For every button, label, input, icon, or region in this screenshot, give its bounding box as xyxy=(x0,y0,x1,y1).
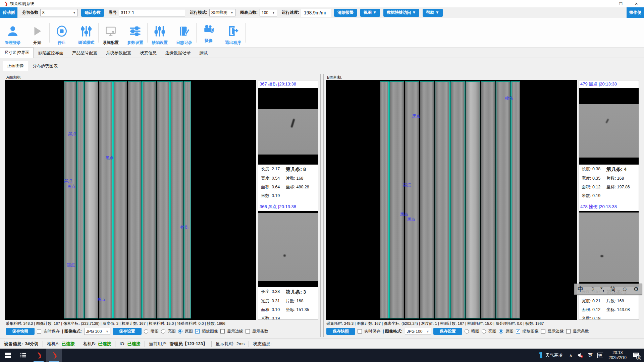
clear-alarm-button[interactable]: 清除报警 xyxy=(334,9,357,17)
start-button[interactable]: 开始 xyxy=(26,20,48,46)
chevron-down-icon: ▼ xyxy=(270,11,275,14)
image-format-select[interactable]: JPG 100 ∨ xyxy=(84,328,110,335)
save-snapshot-button[interactable]: 保存快照 xyxy=(6,328,35,335)
camera-a-image[interactable]: 黑点 黑点 黑点 黑点 挫伤 黑点 黑点 xyxy=(5,80,256,320)
start-button[interactable] xyxy=(0,349,15,362)
exit-program-button[interactable]: 退出程序 xyxy=(222,20,244,46)
run-speed-value: 198.9m/mi xyxy=(301,9,331,17)
tool-label: 调试模式 xyxy=(78,40,94,46)
tab-size-monitor[interactable]: 尺寸监控界面 xyxy=(0,48,34,58)
display-time-label: 显示耗时: xyxy=(216,341,234,347)
close-button[interactable]: ✕ xyxy=(629,0,644,7)
tab-distribution-chart[interactable]: 分布趋势图表 xyxy=(28,61,62,71)
taskbar-clock[interactable]: 20:13 2025/2/10 xyxy=(605,350,630,360)
dark-image-radio[interactable] xyxy=(144,329,148,334)
realtime-save-checkbox[interactable] xyxy=(37,329,41,334)
windows-taskbar: 天气寒冷 ∧ 英 拼 20:13 2025/2/10 xyxy=(0,349,644,362)
save-snapshot-button[interactable]: 保存快照 xyxy=(326,328,355,335)
capture-button[interactable]: 摄像 xyxy=(198,19,219,47)
taskbar-app-vision-active[interactable] xyxy=(46,349,62,362)
minimize-button[interactable]: ─ xyxy=(598,0,613,7)
confirm-count-button[interactable]: 确认条数 xyxy=(81,9,104,17)
ime-emoji-icon[interactable]: ☺ xyxy=(622,286,628,293)
tab-test[interactable]: 测试 xyxy=(195,48,212,58)
show-strips-checkbox[interactable] xyxy=(566,329,571,334)
defect-card[interactable]: 478 挫伤 |20:13:38 长度: 0.57 第几条: 3 宽度: 0.2… xyxy=(579,203,639,320)
slit-count-select[interactable]: 8 ▼ xyxy=(40,9,78,16)
original-image-radio[interactable] xyxy=(499,329,503,334)
zoom-image-checkbox[interactable] xyxy=(516,329,520,334)
admin-login-button[interactable]: 管理登录 xyxy=(2,20,23,46)
system-config-button[interactable]: 系统配置 xyxy=(100,20,121,46)
camera-b-title: B面相机 xyxy=(326,75,342,80)
log-record-button[interactable]: 日志记录 xyxy=(173,20,195,46)
notification-badge: 6 xyxy=(636,355,641,360)
defect-meters: 米数: 0.19 xyxy=(261,316,286,320)
show-edges-checkbox[interactable] xyxy=(541,329,545,334)
weather-widget[interactable]: 天气寒冷 xyxy=(535,352,567,359)
title-bar: 视觉检测系统 ─ ❐ ✕ xyxy=(0,0,644,7)
tab-edge-data[interactable]: 边缘数据记录 xyxy=(161,48,195,58)
defect-header: 367 挫伤 |20:13:38 xyxy=(258,80,318,88)
ime-toolbar[interactable]: 中 ☽ °, 简 ☺ ⚙ xyxy=(574,284,642,295)
defect-card[interactable]: 366 黑点 |20:13:38 长度: 0.38 第几条: 3 宽度: 0.3… xyxy=(258,203,318,320)
tab-status-info[interactable]: 状态信息 xyxy=(136,48,161,58)
ime-simplified-mode[interactable]: 简 xyxy=(610,285,616,293)
language-indicator[interactable]: 英 xyxy=(586,349,595,362)
roll-number-input[interactable] xyxy=(119,9,185,16)
defect-coordinate: 坐标: 143.08 xyxy=(606,307,636,313)
maximize-button[interactable]: ❐ xyxy=(613,0,629,7)
defect-card[interactable]: 367 挫伤 |20:13:38 长度: 2.17 第几条: 8 宽度: 0.5… xyxy=(258,80,318,199)
tab-system-params[interactable]: 系统参数配置 xyxy=(102,48,136,58)
defect-card[interactable]: 479 黑点 |20:13:38 长度: 0.38 第几条: 4 宽度: 0.3… xyxy=(579,80,639,199)
volume-muted-icon[interactable] xyxy=(575,349,586,362)
show-edges-checkbox[interactable] xyxy=(220,329,225,334)
image-format-select[interactable]: JPG 100 ∨ xyxy=(405,328,431,335)
defect-coordinate: 坐标: 480.28 xyxy=(286,184,315,190)
bright-image-radio[interactable] xyxy=(161,329,165,334)
tab-defect-monitor[interactable]: 缺陷监控界面 xyxy=(34,48,68,58)
data-quick-access-button[interactable]: 数据快捷访问 ▼ xyxy=(383,9,419,17)
window-controls: ─ ❐ ✕ xyxy=(598,0,644,7)
save-settings-button[interactable]: 保存设置 xyxy=(433,328,462,335)
tool-label: 缺陷设置 xyxy=(152,40,168,46)
drive-side-button[interactable]: 传动侧 xyxy=(0,7,17,18)
taskbar-app-vision[interactable] xyxy=(31,349,46,362)
realtime-save-checkbox[interactable] xyxy=(358,329,362,334)
task-view-button[interactable] xyxy=(15,349,31,362)
operator-side-button[interactable]: 操作侧 xyxy=(627,7,644,18)
defect-settings-button[interactable]: 缺陷设置 xyxy=(149,20,170,46)
dark-image-radio[interactable] xyxy=(465,329,469,334)
tab-front-image[interactable]: 正面图像 xyxy=(3,61,28,71)
show-strips-checkbox[interactable] xyxy=(246,329,250,334)
original-image-radio[interactable] xyxy=(178,329,182,334)
bright-image-radio[interactable] xyxy=(482,329,486,334)
camera-a-conn-cell: 相机A: 已连接 xyxy=(43,341,79,347)
zoom-image-checkbox[interactable] xyxy=(195,329,200,334)
chart-points-select[interactable]: 100 ▼ xyxy=(260,9,277,16)
ime-fullwidth-moon-icon[interactable]: ☽ xyxy=(589,286,594,293)
tool-label: 停止 xyxy=(58,40,66,46)
run-mode-value: 双面检测 xyxy=(211,10,227,15)
debug-mode-button[interactable]: 调试模式 xyxy=(75,20,97,46)
tab-product-model[interactable]: 产品型号配置 xyxy=(68,48,102,58)
camera-b-image[interactable]: 挫伤 黑点 黑点 黑点 黑点 xyxy=(326,80,577,320)
defect-empty xyxy=(286,316,315,320)
stop-button[interactable]: 停止 xyxy=(51,20,72,46)
save-settings-button[interactable]: 保存设置 xyxy=(113,328,142,335)
exit-door-icon xyxy=(226,24,240,39)
ime-punctuation-mode[interactable]: °, xyxy=(600,286,604,293)
help-menu-button[interactable]: 帮助 ▼ xyxy=(423,9,442,17)
parameter-settings-button[interactable]: 参数设置 xyxy=(124,20,146,46)
ime-chinese-mode[interactable]: 中 xyxy=(578,285,583,293)
tray-expand-button[interactable]: ∧ xyxy=(567,349,575,362)
ime-mode-indicator[interactable]: 拼 xyxy=(595,349,605,362)
defect-strip-no: 第几条: 4 xyxy=(606,166,636,173)
action-center-button[interactable]: 6 xyxy=(630,349,644,362)
thermometer-icon xyxy=(539,352,543,359)
view-menu-button[interactable]: 视图 ▼ xyxy=(360,9,380,17)
ime-settings-gear-icon[interactable]: ⚙ xyxy=(634,286,639,293)
defect-label: 挫伤 xyxy=(180,225,189,230)
defect-coordinate: 坐标: 151.35 xyxy=(286,307,315,313)
run-mode-select[interactable]: 双面检测 ▼ xyxy=(209,9,235,16)
